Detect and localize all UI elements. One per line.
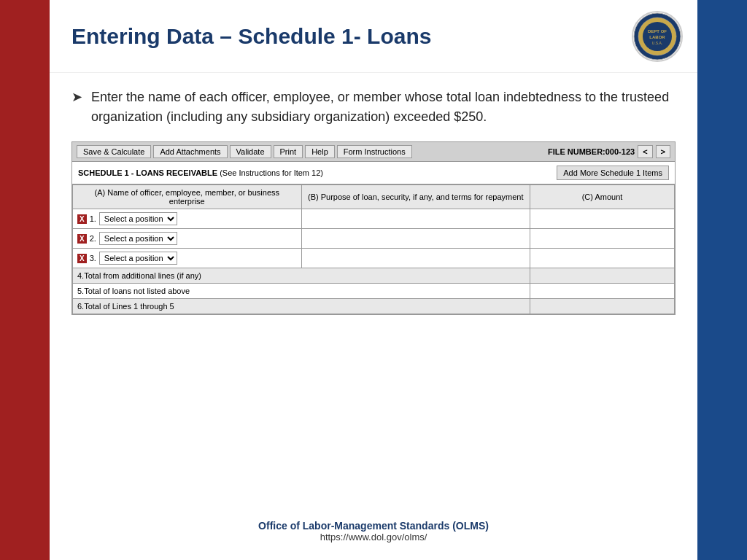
- summary-value-5: [530, 284, 675, 299]
- col-c-cell-3: [530, 249, 675, 268]
- print-button[interactable]: Print: [274, 145, 303, 158]
- nav-prev-button[interactable]: <: [638, 145, 652, 158]
- summary-label-6: 6.Total of Lines 1 through 5: [73, 299, 530, 314]
- bullet-text: Enter the name of each officer, employee…: [91, 88, 676, 127]
- bullet-section: ➤ Enter the name of each officer, employ…: [71, 88, 676, 127]
- file-number-section: FILE NUMBER:000-123 < >: [548, 145, 670, 158]
- col-c-cell-1: [530, 209, 675, 229]
- help-button[interactable]: Help: [305, 145, 335, 158]
- summary-label-5: 5.Total of loans not listed above: [73, 284, 530, 299]
- slide-title: Entering Data – Schedule 1- Loans: [64, 24, 632, 49]
- toolbar-buttons: Save & Calculate Add Attachments Validat…: [77, 145, 412, 158]
- row-number-3: 3.: [90, 254, 96, 262]
- schedule-title-bold: SCHEDULE 1 - LOANS RECEIVABLE: [78, 168, 217, 177]
- summary-label-4: 4.Total from additional lines (if any): [73, 268, 530, 284]
- validate-button[interactable]: Validate: [230, 145, 271, 158]
- file-number-label: FILE NUMBER:000-123: [548, 147, 635, 156]
- col-b-cell-3: [301, 249, 530, 268]
- col-b-cell-2: [301, 229, 530, 249]
- svg-text:U.S.A.: U.S.A.: [652, 41, 662, 45]
- summary-value-6: [530, 299, 675, 314]
- slide-header: Entering Data – Schedule 1- Loans DEPT O…: [50, 0, 697, 73]
- form-instructions-button[interactable]: Form Instructions: [337, 145, 412, 158]
- row-number-1: 1.: [90, 214, 96, 223]
- table-row: X3.Select a position: [73, 249, 675, 268]
- col-b-cell-1: [301, 209, 530, 229]
- main-content: ➤ Enter the name of each officer, employ…: [50, 73, 697, 502]
- slide-footer: Office of Labor-Management Standards (OL…: [50, 502, 697, 560]
- seal-svg: DEPT OF LABOR U.S.A. ★ ★ ★ ★: [633, 12, 681, 61]
- row-number-2: 2.: [90, 234, 96, 243]
- footer-url: https://www.dol.gov/olms/: [320, 532, 427, 542]
- form-container: Save & Calculate Add Attachments Validat…: [71, 141, 676, 315]
- position-select-3[interactable]: Select a position: [99, 252, 177, 265]
- add-attachments-button[interactable]: Add Attachments: [153, 145, 227, 158]
- dol-seal-logo: DEPT OF LABOR U.S.A. ★ ★ ★ ★: [632, 11, 683, 62]
- col-a-cell-2: X2.Select a position: [73, 229, 302, 249]
- x-badge-2[interactable]: X: [77, 234, 87, 244]
- schedule-header: SCHEDULE 1 - LOANS RECEIVABLE (See Instr…: [72, 162, 675, 184]
- save-calculate-button[interactable]: Save & Calculate: [77, 145, 151, 158]
- table-row: X2.Select a position: [73, 229, 675, 249]
- table-row: X1.Select a position: [73, 209, 675, 229]
- summary-row: 5.Total of loans not listed above: [73, 284, 675, 299]
- loans-table: (A) Name of officer, employee, member, o…: [72, 184, 675, 314]
- form-toolbar: Save & Calculate Add Attachments Validat…: [72, 142, 675, 162]
- col-a-header: (A) Name of officer, employee, member, o…: [73, 185, 302, 209]
- col-c-header: (C) Amount: [530, 185, 675, 209]
- svg-text:★: ★: [673, 34, 677, 39]
- col-a-cell-1: X1.Select a position: [73, 209, 302, 229]
- summary-row: 4.Total from additional lines (if any): [73, 268, 675, 284]
- x-badge-3[interactable]: X: [77, 254, 87, 263]
- nav-next-button[interactable]: >: [656, 145, 670, 158]
- x-badge-1[interactable]: X: [77, 214, 87, 224]
- svg-text:LABOR: LABOR: [649, 35, 665, 39]
- schedule-title-normal: (See Instructions for Item 12): [220, 168, 323, 177]
- col-b-header: (B) Purpose of loan, security, if any, a…: [301, 185, 530, 209]
- col-c-cell-2: [530, 229, 675, 249]
- summary-row: 6.Total of Lines 1 through 5: [73, 299, 675, 314]
- svg-text:★: ★: [657, 51, 661, 55]
- col-a-cell-3: X3.Select a position: [73, 249, 302, 268]
- bullet-arrow-icon: ➤: [71, 89, 82, 105]
- svg-text:★: ★: [657, 18, 661, 22]
- right-blue-bar: [697, 0, 747, 560]
- svg-text:★: ★: [639, 34, 643, 39]
- footer-org: Office of Labor-Management Standards (OL…: [258, 520, 489, 532]
- summary-value-4: [530, 268, 675, 284]
- schedule-title: SCHEDULE 1 - LOANS RECEIVABLE (See Instr…: [78, 168, 323, 177]
- svg-text:DEPT OF: DEPT OF: [648, 29, 667, 34]
- position-select-2[interactable]: Select a position: [99, 232, 177, 245]
- position-select-1[interactable]: Select a position: [99, 212, 177, 225]
- left-red-bar: [0, 0, 50, 560]
- add-more-items-button[interactable]: Add More Schedule 1 Items: [557, 166, 669, 180]
